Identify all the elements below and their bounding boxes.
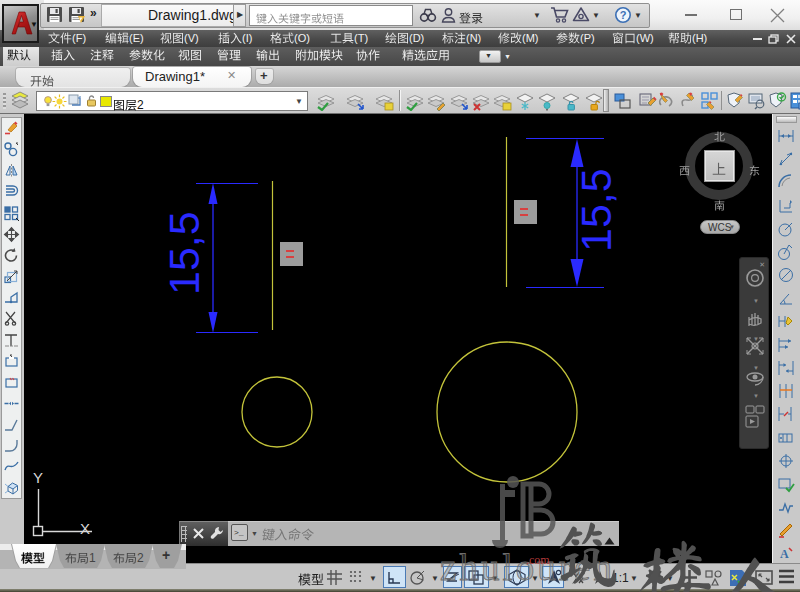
svg-text:.com: .com <box>526 553 550 567</box>
svg-text:?: ? <box>620 9 627 21</box>
svg-text:15,5: 15,5 <box>160 211 208 295</box>
svg-text:X: X <box>80 520 90 537</box>
svg-text:15,5: 15,5 <box>572 168 620 252</box>
svg-text:Y: Y <box>33 469 43 486</box>
